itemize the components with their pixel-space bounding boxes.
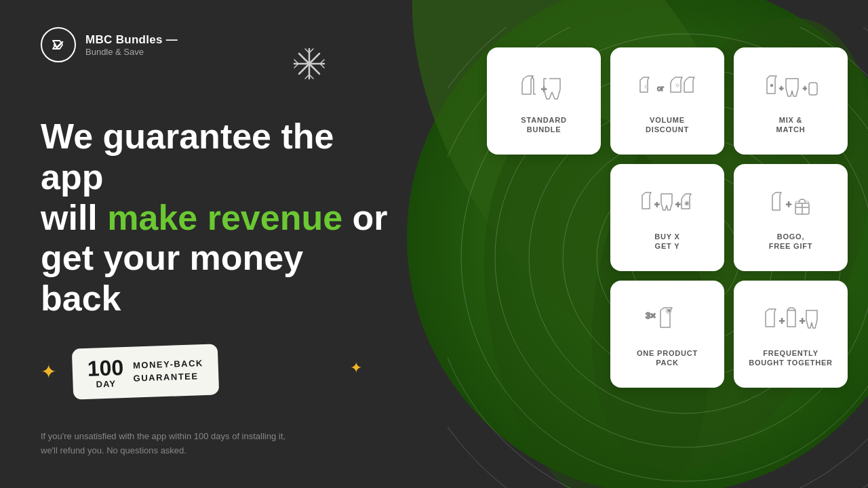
mix-match-icon: + +: [760, 70, 821, 108]
card-mix-match[interactable]: + + MIX &MATCH: [734, 47, 848, 155]
cards-row-2: + + BUY XGET Y: [468, 164, 848, 271]
standard-bundle-label: STANDARDBUNDLE: [521, 115, 566, 135]
logo-circle: [41, 27, 76, 62]
svg-text:+: +: [779, 84, 783, 92]
one-product-pack-label: ONE PRODUCTPACK: [637, 348, 698, 368]
frequently-bought-together-label: FREQUENTLYBOUGHT TOGETHER: [749, 348, 833, 368]
headline-line1: We guarantee the app: [41, 117, 334, 197]
right-panel: + STANDARDBUNDLE or: [468, 47, 848, 388]
bogo-free-gift-label: BOGO,FREE GIFT: [769, 232, 813, 251]
volume-discount-label: VOLUMEDISCOUNT: [646, 115, 689, 135]
volume-discount-icon: or: [637, 70, 698, 108]
star-icon-right: ✦: [350, 359, 362, 377]
star-icon-left: ✦: [41, 361, 56, 383]
card-bogo-free-gift[interactable]: + BOGO,FREE GIFT: [734, 164, 848, 271]
svg-text:+: +: [800, 315, 805, 326]
card-standard-bundle[interactable]: + STANDARDBUNDLE: [487, 47, 601, 155]
svg-point-42: [668, 309, 670, 311]
svg-rect-31: [809, 83, 817, 95]
svg-text:3×: 3×: [646, 310, 656, 321]
buy-x-get-y-label: BUY XGET Y: [654, 232, 679, 251]
guarantee-text: MONEY-BACK GUARANTEE: [133, 357, 204, 384]
guarantee-row: ✦ 100 DAY MONEY-BACK GUARANTEE: [41, 346, 393, 397]
svg-text:+: +: [803, 85, 807, 92]
logo-tagline: Bundle & Save: [85, 47, 178, 57]
logo-text: MBC Bundles — Bundle & Save: [85, 33, 178, 57]
svg-text:+: +: [654, 199, 660, 209]
guarantee-number: 100: [87, 357, 123, 380]
card-volume-discount[interactable]: or VOLUMEDISCOUNT: [610, 47, 724, 155]
headline-line2-end: or: [342, 198, 387, 237]
svg-text:+: +: [779, 315, 785, 326]
mix-match-label: MIX &MATCH: [776, 115, 806, 135]
standard-bundle-icon: +: [517, 70, 571, 108]
headline-green: make revenue: [107, 198, 342, 237]
svg-point-28: [771, 84, 773, 86]
svg-point-27: [676, 84, 679, 87]
svg-point-35: [686, 203, 688, 204]
svg-text:+: +: [675, 199, 681, 209]
headline-line2-plain: will: [41, 198, 107, 237]
left-panel: MBC Bundles — Bundle & Save We guarantee…: [0, 0, 434, 488]
cards-row-3: 3× ONE PRODUCTPACK +: [468, 281, 848, 388]
disclaimer: If you're unsatisfied with the app withi…: [41, 430, 339, 458]
svg-text:or: or: [657, 84, 664, 92]
one-product-pack-icon: 3×: [643, 304, 692, 342]
headline: We guarantee the app will make revenue o…: [41, 117, 393, 319]
cards-row-1: + STANDARDBUNDLE or: [468, 47, 848, 155]
guarantee-badge: 100 DAY MONEY-BACK GUARANTEE: [72, 344, 220, 399]
logo-row: MBC Bundles — Bundle & Save: [41, 27, 393, 62]
snowflake-icon: [292, 46, 327, 84]
logo-name: MBC Bundles —: [85, 33, 178, 47]
card-frequently-bought-together[interactable]: + + FREQUENTLYBOUGHT TOGETHER: [734, 281, 848, 388]
frequently-bought-together-icon: + +: [760, 304, 821, 342]
card-one-product-pack[interactable]: 3× ONE PRODUCTPACK: [610, 281, 724, 388]
card-buy-x-get-y[interactable]: + + BUY XGET Y: [610, 164, 724, 271]
headline-line3: get your money back: [41, 238, 303, 318]
bogo-free-gift-icon: +: [767, 187, 814, 225]
buy-x-get-y-icon: + +: [637, 187, 698, 225]
guarantee-days: 100 DAY: [87, 357, 124, 390]
svg-text:+: +: [786, 199, 791, 209]
